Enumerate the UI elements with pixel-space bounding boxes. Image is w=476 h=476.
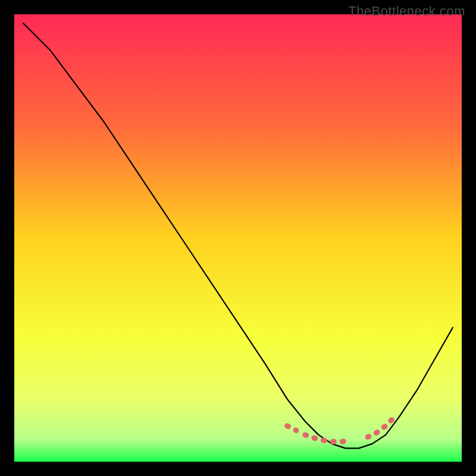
chart-canvas — [14, 14, 462, 462]
watermark-text: TheBottleneck.com — [348, 4, 465, 19]
chart-svg — [14, 14, 462, 462]
gradient-background — [14, 14, 462, 462]
